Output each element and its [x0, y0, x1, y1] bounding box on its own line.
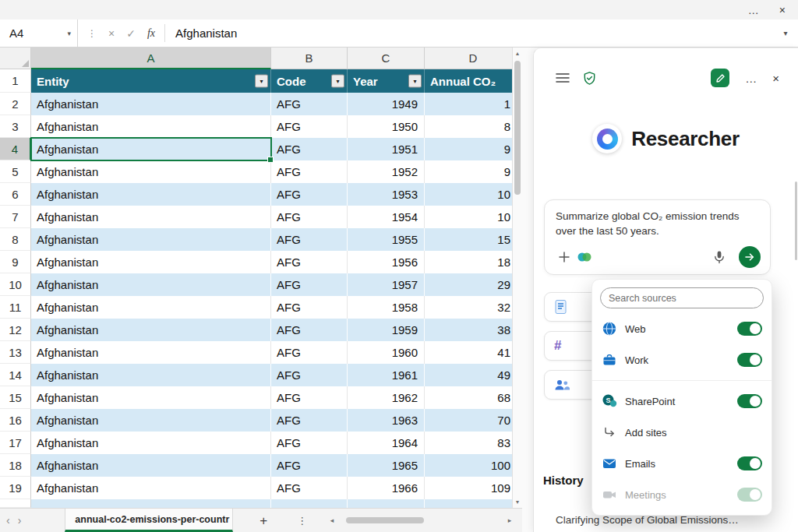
row-header[interactable]: 4: [0, 138, 31, 160]
cell-year[interactable]: 1964: [348, 432, 425, 454]
source-item-work[interactable]: Work: [592, 344, 772, 375]
row-header[interactable]: 11: [0, 296, 31, 319]
microphone-icon[interactable]: [709, 247, 729, 267]
cell-year[interactable]: 1966: [348, 477, 425, 499]
row-header[interactable]: 14: [0, 364, 31, 386]
row-header[interactable]: 7: [0, 206, 31, 228]
filter-button[interactable]: ▾: [255, 75, 268, 88]
cell-code[interactable]: AFG: [271, 364, 348, 386]
cell-code[interactable]: AFG: [271, 296, 348, 319]
source-item-sharepoint[interactable]: S SharePoint: [592, 386, 772, 417]
cell-year[interactable]: 1955: [348, 228, 425, 251]
cell-year[interactable]: 1953: [348, 183, 425, 206]
cell-year[interactable]: 1965: [348, 454, 425, 477]
cell-value[interactable]: 10: [425, 206, 522, 228]
row-header[interactable]: 17: [0, 432, 31, 454]
source-item-web[interactable]: Web: [592, 313, 772, 344]
cell-code[interactable]: AFG: [271, 319, 348, 341]
cell-code[interactable]: AFG: [271, 160, 348, 183]
cell-entity[interactable]: Afghanistan: [31, 432, 271, 454]
horizontal-scrollbar[interactable]: ◂ ▸: [327, 515, 514, 526]
new-chat-button[interactable]: [711, 69, 729, 87]
table-header-year[interactable]: Year ▾: [348, 69, 425, 93]
cell-code[interactable]: AFG: [271, 454, 348, 477]
row-header[interactable]: 12: [0, 319, 31, 341]
cell-year[interactable]: 1954: [348, 206, 425, 228]
cell-code[interactable]: AFG: [271, 409, 348, 432]
row-header[interactable]: 9: [0, 251, 31, 273]
source-toggle[interactable]: [737, 488, 762, 502]
cell-entity[interactable]: Afghanistan: [31, 138, 271, 160]
cell-year[interactable]: 1959: [348, 319, 425, 341]
column-header-b[interactable]: B: [271, 48, 348, 69]
cell-value[interactable]: 41: [425, 341, 522, 364]
cell-value[interactable]: 29: [425, 273, 522, 296]
column-header-a[interactable]: A: [31, 48, 271, 69]
cell-entity[interactable]: Afghanistan: [31, 251, 271, 273]
source-item-add-sites[interactable]: Add sites: [592, 417, 772, 448]
table-header-annual-co2[interactable]: Annual CO₂: [425, 69, 522, 93]
panel-more-icon[interactable]: …: [745, 72, 757, 84]
history-item[interactable]: Clarifying Scope of Global Emissions…: [556, 514, 789, 526]
vertical-scrollbar[interactable]: ▴ ▾: [512, 48, 522, 508]
cell-code[interactable]: AFG: [271, 206, 348, 228]
add-attachment-icon[interactable]: [554, 247, 574, 267]
cell-code[interactable]: AFG: [271, 228, 348, 251]
scroll-down-icon[interactable]: ▾: [513, 499, 522, 506]
cell-value[interactable]: 100: [425, 454, 522, 477]
cell-entity[interactable]: Afghanistan: [31, 183, 271, 206]
row-header[interactable]: 1: [0, 69, 31, 93]
sources-selector-icon[interactable]: [574, 247, 595, 267]
row-header[interactable]: 19: [0, 477, 31, 499]
cell-value[interactable]: 109: [425, 477, 522, 499]
row-header[interactable]: 5: [0, 160, 31, 183]
cell-entity[interactable]: Afghanistan: [31, 206, 271, 228]
enter-icon[interactable]: ✓: [126, 27, 136, 40]
cell-value[interactable]: 70: [425, 409, 522, 432]
source-toggle[interactable]: [737, 353, 762, 367]
cell-value[interactable]: 9: [425, 138, 522, 160]
scroll-left-icon[interactable]: ◂: [327, 516, 337, 524]
menu-icon[interactable]: [554, 69, 571, 86]
cell-year[interactable]: 1958: [348, 296, 425, 319]
formula-input[interactable]: Afghanistan: [165, 19, 773, 47]
cell-code[interactable]: AFG: [271, 138, 348, 160]
cell-code[interactable]: AFG: [271, 432, 348, 454]
table-header-entity[interactable]: Entity ▾: [31, 69, 271, 93]
cell-value[interactable]: 1: [425, 93, 522, 115]
column-header-c[interactable]: C: [348, 48, 425, 69]
cell-value[interactable]: 10: [425, 183, 522, 206]
formula-bar-expand-icon[interactable]: ▾: [773, 19, 798, 47]
sources-search-input[interactable]: [609, 293, 755, 304]
cell-entity[interactable]: Afghanistan: [31, 477, 271, 499]
select-all-corner[interactable]: [0, 48, 31, 69]
name-box-chevron-icon[interactable]: ▾: [67, 30, 71, 37]
cell-entity[interactable]: Afghanistan: [31, 364, 271, 386]
horizontal-scrollbar-thumb[interactable]: [346, 517, 424, 523]
add-sheet-icon[interactable]: +: [260, 514, 267, 527]
cell-year[interactable]: 1960: [348, 341, 425, 364]
cell-entity[interactable]: Afghanistan: [31, 409, 271, 432]
sheet-next-icon[interactable]: ›: [18, 514, 22, 527]
insert-function-icon[interactable]: fx: [147, 27, 155, 40]
cell-year[interactable]: 1956: [348, 251, 425, 273]
panel-close-icon[interactable]: ×: [772, 72, 779, 84]
source-toggle[interactable]: [737, 394, 762, 408]
cell-code[interactable]: AFG: [271, 273, 348, 296]
window-close-icon[interactable]: ×: [779, 5, 786, 16]
cell-code[interactable]: AFG: [271, 93, 348, 115]
sheet-kebab-icon[interactable]: ⋮: [297, 515, 307, 527]
cell-entity[interactable]: Afghanistan: [31, 115, 271, 138]
prompt-card[interactable]: Summarize global CO₂ emission trends ove…: [544, 199, 771, 275]
cell-value[interactable]: 83: [425, 432, 522, 454]
row-header[interactable]: 13: [0, 341, 31, 364]
window-more-icon[interactable]: …: [748, 5, 759, 16]
send-button[interactable]: [739, 246, 761, 268]
row-header[interactable]: 3: [0, 115, 31, 138]
panel-scrollbar-thumb[interactable]: [795, 181, 797, 260]
cell-entity[interactable]: Afghanistan: [31, 319, 271, 341]
cell-value[interactable]: 8: [425, 115, 522, 138]
cell-year[interactable]: 1952: [348, 160, 425, 183]
cell-year[interactable]: 1949: [348, 93, 425, 115]
row-header[interactable]: 16: [0, 409, 31, 432]
